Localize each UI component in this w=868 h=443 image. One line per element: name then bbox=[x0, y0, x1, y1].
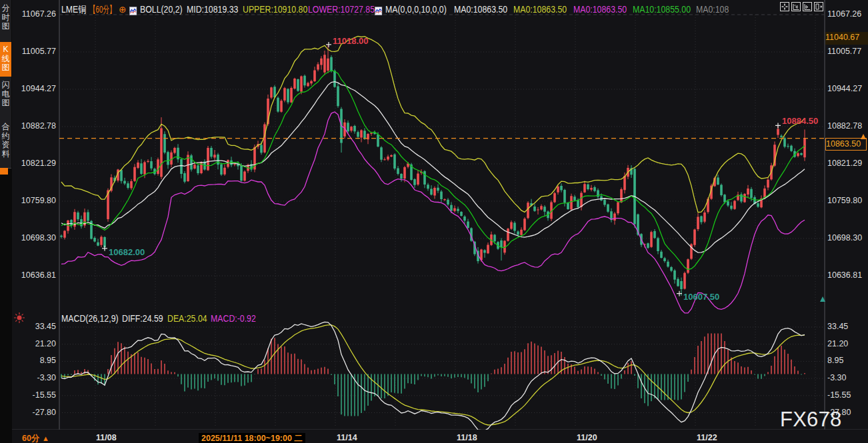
svg-text:10884.50: 10884.50 bbox=[782, 116, 818, 126]
svg-text:10682.00: 10682.00 bbox=[109, 247, 145, 257]
svg-text:11018.00: 11018.00 bbox=[333, 36, 369, 46]
svg-text:10607.50: 10607.50 bbox=[683, 292, 719, 302]
